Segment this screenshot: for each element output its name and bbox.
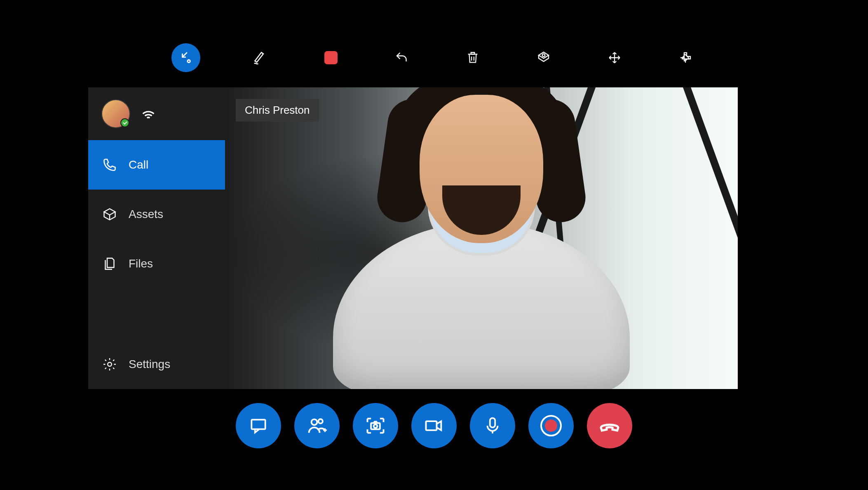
delete-button[interactable] xyxy=(462,47,484,69)
sidebar-item-assets[interactable]: Assets xyxy=(88,190,225,239)
participant-name: Chris Preston xyxy=(245,104,310,116)
sidebar-item-label: Call xyxy=(129,158,148,171)
chat-icon xyxy=(248,415,269,436)
wifi-icon xyxy=(140,106,157,122)
svg-rect-8 xyxy=(426,421,437,430)
hangup-icon xyxy=(598,414,621,437)
participant-name-chip: Chris Preston xyxy=(236,99,319,122)
phone-icon xyxy=(102,157,117,172)
hangup-button[interactable] xyxy=(587,403,632,448)
pin-icon xyxy=(678,50,693,65)
collapse-icon xyxy=(179,51,193,65)
snapshot-button[interactable] xyxy=(353,403,398,448)
chat-button[interactable] xyxy=(236,403,281,448)
settings-icon xyxy=(102,357,117,372)
mic-toggle-button[interactable] xyxy=(470,403,515,448)
assets-icon xyxy=(102,207,117,222)
place-icon xyxy=(536,50,551,65)
record-button[interactable] xyxy=(528,403,574,448)
record-icon xyxy=(540,415,562,436)
files-icon xyxy=(102,256,117,271)
ink-button[interactable] xyxy=(249,47,271,69)
move-button[interactable] xyxy=(603,47,626,69)
undo-icon xyxy=(394,50,409,65)
self-avatar[interactable] xyxy=(101,99,130,128)
svg-point-2 xyxy=(108,362,112,366)
remote-video: Chris Preston xyxy=(225,87,738,389)
svg-rect-3 xyxy=(251,420,265,429)
add-participant-icon xyxy=(306,415,328,436)
ink-icon xyxy=(252,50,268,66)
sidebar-item-label: Assets xyxy=(129,208,163,221)
presence-available-icon xyxy=(120,118,129,127)
sidebar-item-files[interactable]: Files xyxy=(88,239,225,288)
undo-button[interactable] xyxy=(391,47,413,69)
svg-rect-9 xyxy=(490,418,495,427)
annotation-toolbar xyxy=(0,43,868,72)
svg-point-0 xyxy=(188,60,190,63)
add-participant-button[interactable] xyxy=(294,403,340,448)
snapshot-icon xyxy=(365,415,386,436)
pin-button[interactable] xyxy=(674,47,697,69)
move-icon xyxy=(608,51,622,65)
sidebar-item-label: Files xyxy=(129,257,153,270)
sidebar-item-settings[interactable]: Settings xyxy=(88,340,225,389)
call-window: Call Assets Files xyxy=(88,87,738,389)
sidebar-item-call[interactable]: Call xyxy=(88,140,225,190)
sidebar-item-label: Settings xyxy=(129,358,170,371)
sidebar-header xyxy=(88,87,225,140)
svg-point-1 xyxy=(542,54,545,57)
svg-point-4 xyxy=(312,419,317,425)
network-status xyxy=(140,106,157,122)
microphone-icon xyxy=(482,415,503,436)
stop-button[interactable] xyxy=(320,47,342,69)
sidebar: Call Assets Files xyxy=(88,87,225,389)
svg-point-5 xyxy=(318,419,322,423)
sidebar-nav: Call Assets Files xyxy=(88,140,225,389)
stop-icon xyxy=(324,51,338,64)
delete-icon xyxy=(466,51,480,65)
video-toggle-button[interactable] xyxy=(411,403,457,448)
collapse-button[interactable] xyxy=(171,43,200,72)
svg-point-7 xyxy=(374,424,378,428)
participant-figure xyxy=(333,223,630,389)
video-icon xyxy=(423,415,445,436)
place-button[interactable] xyxy=(533,47,555,69)
call-controls xyxy=(0,403,868,448)
